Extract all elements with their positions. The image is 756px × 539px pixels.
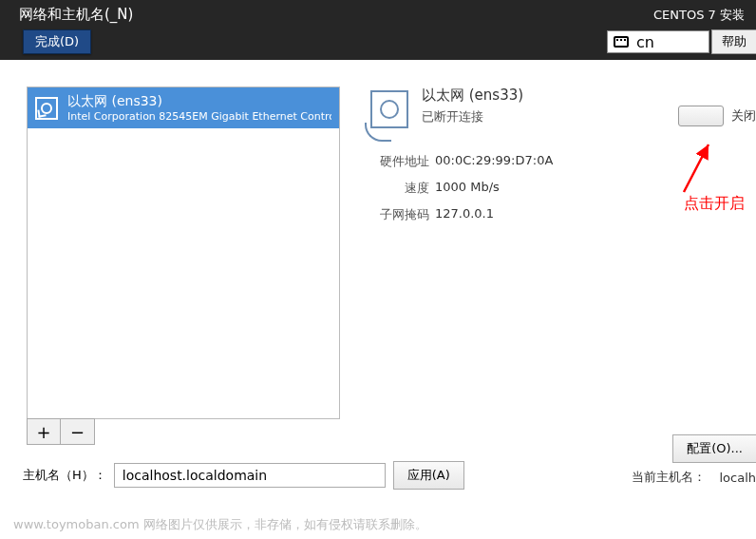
connection-toggle[interactable] <box>678 106 724 126</box>
install-label: CENTOS 7 安装 <box>607 7 756 24</box>
apply-button[interactable]: 应用(A) <box>393 461 464 490</box>
annotation-arrow-icon <box>678 139 716 196</box>
ethernet-large-icon <box>370 90 408 128</box>
header-right: CENTOS 7 安装 cn 帮助 <box>607 7 756 54</box>
detail-panel: 以太网 (ens33) 已断开连接 硬件地址 00:0C:29:99:D7:0A… <box>370 87 756 445</box>
hw-label: 硬件地址 <box>370 153 429 170</box>
help-button[interactable]: 帮助 <box>711 29 756 54</box>
hostname-row: 主机名（H）： 应用(A) <box>23 461 464 490</box>
network-list-panel: 以太网 (ens33) Intel Corporation 82545EM Gi… <box>27 87 340 445</box>
mask-value: 127.0.0.1 <box>435 206 494 223</box>
toggle-area: 关闭 <box>678 106 756 126</box>
remove-network-button[interactable]: − <box>61 418 95 445</box>
current-hostname-label: 当前主机名： <box>632 469 706 486</box>
network-list[interactable]: 以太网 (ens33) Intel Corporation 82545EM Gi… <box>27 87 340 419</box>
hostname-input[interactable] <box>114 463 386 488</box>
detail-status: 已断开连接 <box>422 108 523 125</box>
toggle-state-label: 关闭 <box>731 107 756 125</box>
page-title: 网络和主机名(_N) <box>19 6 133 24</box>
configure-button[interactable]: 配置(O)... <box>672 434 756 463</box>
hostname-label: 主机名（H）： <box>23 467 106 484</box>
annotation-text: 点击开启 <box>684 194 745 214</box>
current-hostname: 当前主机名： localh <box>632 469 756 486</box>
add-network-button[interactable]: + <box>27 418 61 445</box>
list-buttons: + − <box>27 418 340 445</box>
header-bar: 网络和主机名(_N) 完成(D) CENTOS 7 安装 cn 帮助 <box>0 0 756 60</box>
hw-value: 00:0C:29:99:D7:0A <box>435 153 553 170</box>
current-hostname-value: localh <box>719 471 756 485</box>
svg-line-0 <box>684 144 709 192</box>
network-item-desc: Intel Corporation 82545EM Gigabit Ethern… <box>67 110 331 123</box>
network-item-text: 以太网 (ens33) Intel Corporation 82545EM Gi… <box>67 93 331 123</box>
done-button[interactable]: 完成(D) <box>23 29 91 54</box>
keyboard-icon <box>614 36 629 48</box>
mask-label: 子网掩码 <box>370 206 429 223</box>
keyboard-layout-value: cn <box>636 33 654 51</box>
detail-title: 以太网 (ens33) <box>422 87 523 105</box>
network-item-title: 以太网 (ens33) <box>67 93 331 110</box>
ethernet-icon <box>35 97 58 120</box>
speed-label: 速度 <box>370 180 429 197</box>
network-list-item[interactable]: 以太网 (ens33) Intel Corporation 82545EM Gi… <box>28 87 339 128</box>
content-area: 以太网 (ens33) Intel Corporation 82545EM Gi… <box>0 60 756 445</box>
watermark-text: www.toymoban.com 网络图片仅供展示，非存储，如有侵权请联系删除。 <box>13 516 427 533</box>
speed-value: 1000 Mb/s <box>435 180 500 197</box>
keyboard-layout-selector[interactable]: cn <box>607 30 709 53</box>
